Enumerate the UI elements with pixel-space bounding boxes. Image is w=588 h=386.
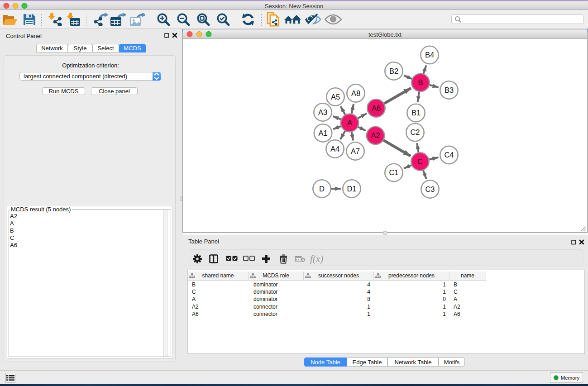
- svg-text:A: A: [347, 119, 352, 127]
- svg-text:B2: B2: [389, 67, 398, 75]
- svg-text:B4: B4: [425, 51, 434, 59]
- svg-text:C4: C4: [444, 151, 454, 159]
- svg-text:A1: A1: [318, 129, 327, 137]
- svg-text:A5: A5: [331, 93, 340, 101]
- svg-text:D: D: [319, 185, 325, 193]
- svg-text:A2: A2: [371, 131, 380, 139]
- svg-text:A8: A8: [351, 89, 360, 97]
- svg-text:D1: D1: [347, 185, 356, 193]
- svg-text:B: B: [418, 78, 423, 86]
- svg-text:B1: B1: [411, 109, 421, 117]
- svg-text:A6: A6: [372, 104, 381, 112]
- svg-text:C: C: [417, 157, 423, 166]
- svg-text:A7: A7: [351, 147, 360, 155]
- svg-text:A3: A3: [318, 108, 327, 116]
- svg-text:A4: A4: [330, 145, 339, 153]
- svg-text:C1: C1: [389, 168, 398, 176]
- svg-text:C3: C3: [425, 185, 435, 193]
- svg-text:C2: C2: [410, 128, 420, 136]
- svg-text:B3: B3: [445, 86, 454, 94]
